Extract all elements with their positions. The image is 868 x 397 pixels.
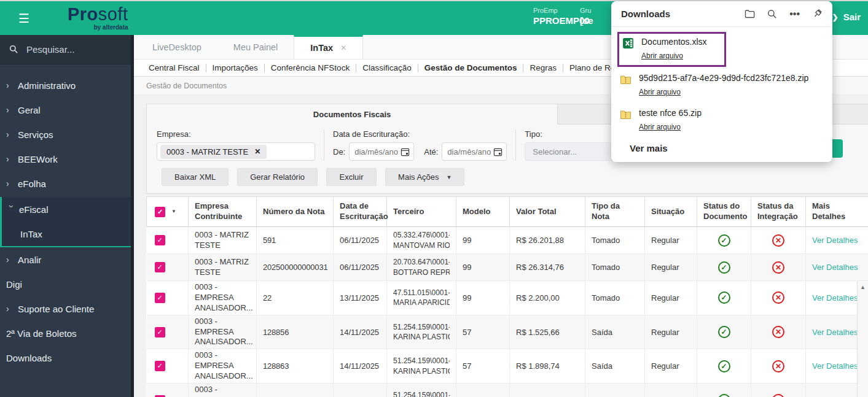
sidebar: Pesquisar... ›Administrativo ›Geral ›Ser… [0, 35, 134, 397]
download-file-name[interactable]: teste nfce 65.zip [639, 108, 702, 118]
calendar-icon[interactable] [493, 147, 502, 156]
subtab-conferencia-nfstock[interactable]: Conferência NFStock [265, 64, 356, 72]
status-ok-icon: ✓ [718, 291, 730, 304]
sidebar-search-input[interactable]: Pesquisar... [0, 35, 134, 64]
downloads-popup: Downloads ••• Documentos.xlsx Abrir arq [611, 1, 832, 162]
calendar-icon[interactable] [401, 147, 410, 156]
sidebar-item-beework[interactable]: ›BEEWork [0, 147, 134, 171]
row-checkbox[interactable]: ✓ [155, 361, 165, 371]
subtab-gestao-documentos[interactable]: Gestão de Documentos [418, 64, 524, 72]
sidebar-item-digi[interactable]: Digi [0, 272, 134, 296]
tab-livedesktop[interactable]: LiveDesktop [136, 35, 217, 59]
col-data-escrituracao[interactable]: Data de Escrituração [334, 197, 387, 227]
ver-detalhes-link[interactable]: Ver Detalhes [812, 328, 858, 337]
sidebar-item-analir[interactable]: ›Analir [0, 247, 134, 272]
chevron-right-icon: › [6, 154, 15, 164]
downloads-list: Documentos.xlsx Abrir arquivo 95d9d215-a… [611, 27, 832, 153]
search-downloads-icon[interactable] [767, 9, 777, 19]
scroll-up-icon[interactable]: ▲ [858, 281, 868, 290]
ver-detalhes-link[interactable]: Ver Detalhes [812, 263, 858, 272]
download-file-name[interactable]: 95d9d215-af7a-4e29-9d9d-fcd23fc721e8.zip [639, 73, 808, 83]
sidebar-item-administrativo[interactable]: ›Administrativo [0, 73, 134, 98]
date-from-input[interactable] [354, 147, 399, 156]
date-from-field[interactable] [349, 142, 414, 161]
col-valor-total[interactable]: Valor Total [510, 197, 585, 227]
caret-down-icon: ▼ [447, 174, 452, 180]
chevron-right-icon: › [6, 179, 15, 188]
table-row[interactable]: ✓ 0003 - EMPRESA ANALISADOR... 128856 14… [147, 315, 868, 349]
col-modelo[interactable]: Modelo [456, 197, 510, 227]
download-file-name[interactable]: Documentos.xlsx [641, 37, 707, 47]
status-ok-icon: ✓ [718, 360, 730, 372]
subtab-importacoes[interactable]: Importações [206, 64, 265, 72]
filter-divider [324, 129, 324, 161]
gerar-relatorio-button[interactable]: Gerar Relatório [237, 168, 318, 186]
chevron-right-icon: › [6, 105, 15, 115]
subtab-central-fiscal[interactable]: Central Fiscal [143, 64, 206, 72]
ver-mais-link[interactable]: Ver mais [630, 143, 824, 153]
col-situacao[interactable]: Situação [645, 197, 697, 227]
status-ok-icon: ✓ [718, 234, 730, 247]
select-all-checkbox[interactable]: ✓ [155, 207, 165, 217]
sidebar-item-downloads[interactable]: Downloads [0, 345, 134, 370]
table-row[interactable]: ✓ 0003 - MATRIZ TESTE 591 06/11/2025 05.… [147, 227, 868, 254]
empresa-input[interactable]: 0003 - MATRIZ TESTE ✕ [157, 142, 315, 161]
sidebar-item-suporte[interactable]: ›Suporte ao Cliente [0, 296, 134, 321]
sidebar-item-intax[interactable]: InTax [2, 222, 134, 246]
col-status-documento[interactable]: Status do Documento [697, 197, 751, 227]
col-terceiro[interactable]: Terceiro [387, 197, 456, 227]
sidebar-item-geral[interactable]: ›Geral [0, 98, 134, 122]
ver-detalhes-link[interactable]: Ver Detalhes [812, 361, 858, 371]
col-numero-da-nota[interactable]: Número da Nota [257, 197, 334, 227]
subtab-classificacao[interactable]: Classificação [356, 64, 418, 72]
status-error-icon: ✕ [772, 291, 784, 304]
table-row[interactable]: ✓ 0003 - EMPRESA ANALISADOR... 129018 19… [147, 384, 868, 397]
selection-dropdown-icon[interactable]: ▼ [171, 209, 176, 214]
logout-button[interactable]: ❯ Sair [832, 12, 861, 22]
panel-tab-documentos-fiscais[interactable]: Documentos Fiscais [147, 104, 558, 125]
row-checkbox[interactable]: ✓ [155, 262, 165, 272]
table-row[interactable]: ✓ 0003 - MATRIZ TESTE 202500000000031 06… [147, 254, 868, 281]
col-tipo-da-nota[interactable]: Tipo da Nota [585, 197, 645, 227]
sidebar-item-efolha[interactable]: ›eFolha [0, 171, 134, 196]
hamburger-menu-icon[interactable]: ☰ [18, 11, 29, 26]
ver-detalhes-link[interactable]: Ver Detalhes [812, 293, 858, 303]
status-error-icon: ✕ [772, 394, 784, 397]
tab-intax[interactable]: InTax ✕ [294, 35, 363, 59]
row-checkbox[interactable]: ✓ [155, 235, 165, 245]
sidebar-group-efiscal: ›eFiscal InTax [0, 197, 134, 247]
tab-meu-painel[interactable]: Meu Painel [217, 35, 294, 59]
download-item[interactable]: 95d9d215-af7a-4e29-9d9d-fcd23fc721e8.zip… [620, 73, 824, 97]
col-mais-detalhes[interactable]: Mais Detalhes [806, 197, 868, 227]
row-checkbox[interactable]: ✓ [155, 327, 165, 337]
more-options-icon[interactable]: ••• [789, 11, 800, 17]
mais-acoes-button[interactable]: Mais Ações▼ [385, 168, 464, 186]
abrir-arquivo-link[interactable]: Abrir arquivo [639, 88, 681, 96]
date-to-input[interactable] [447, 147, 491, 156]
sidebar-item-efiscal[interactable]: ›eFiscal [2, 197, 134, 222]
subtab-regras[interactable]: Regras [523, 64, 563, 72]
data-escrituracao-label: Data de Escrituração: [333, 129, 507, 139]
download-item[interactable]: Documentos.xlsx Abrir arquivo [622, 37, 707, 61]
date-to-field[interactable] [442, 142, 507, 161]
table-row[interactable]: ✓ 0003 - EMPRESA ANALISADOR... 128863 14… [147, 349, 868, 384]
abrir-arquivo-link[interactable]: Abrir arquivo [641, 52, 683, 60]
row-checkbox[interactable]: ✓ [155, 293, 165, 303]
sidebar-item-2via-boletos[interactable]: 2ª Via de Boletos [0, 321, 134, 345]
download-item[interactable]: teste nfce 65.zip Abrir arquivo [620, 108, 824, 132]
excluir-button[interactable]: Excluir [326, 168, 377, 186]
remove-chip-icon[interactable]: ✕ [254, 147, 260, 156]
ver-detalhes-link[interactable]: Ver Detalhes [812, 236, 858, 245]
abrir-arquivo-link[interactable]: Abrir arquivo [639, 123, 681, 131]
filter-divider [515, 129, 516, 161]
baixar-xml-button[interactable]: Baixar XML [162, 168, 229, 186]
col-empresa-contribuinte[interactable]: Empresa Contribuinte [189, 197, 257, 227]
pin-icon[interactable] [812, 9, 823, 19]
table-row[interactable]: ✓ 0003 - EMPRESA ANALISADOR... 22 13/11/… [147, 281, 868, 315]
close-tab-icon[interactable]: ✕ [340, 37, 346, 59]
col-status-integracao[interactable]: Status da Integração [751, 197, 806, 227]
sidebar-item-servicos[interactable]: ›Serviços [0, 122, 134, 147]
table-header-row: ✓▼ Empresa Contribuinte Número da Nota D… [147, 197, 868, 227]
open-downloads-folder-icon[interactable] [745, 9, 755, 18]
table-scrollbar[interactable]: ▲ [857, 281, 868, 397]
